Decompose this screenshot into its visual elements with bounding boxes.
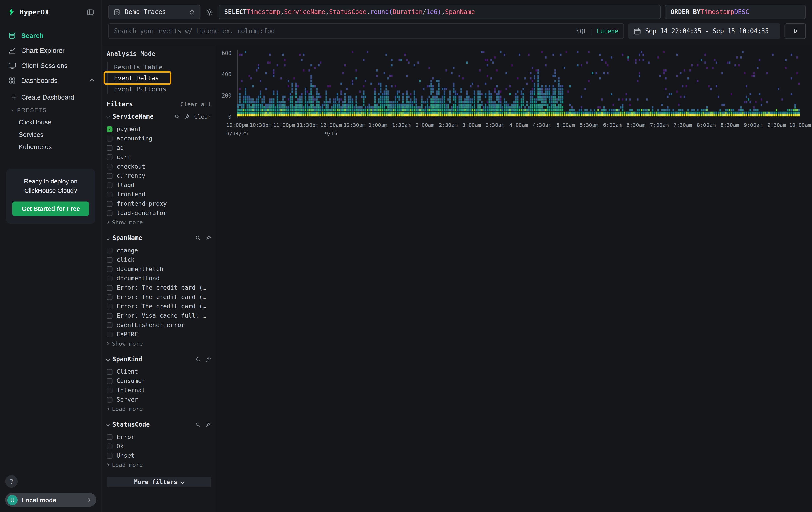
sidebar-item-services[interactable]: Services bbox=[0, 129, 102, 141]
analysis-mode-event-patterns[interactable]: Event Patterns bbox=[107, 83, 211, 95]
chevron-down-icon[interactable] bbox=[106, 357, 110, 361]
magnifier-icon[interactable] bbox=[195, 421, 201, 428]
filter-option-error-the-credit-card[interactable]: Error: The credit card (… bbox=[107, 292, 211, 302]
sidebar-item-client-sessions[interactable]: Client Sessions bbox=[0, 58, 102, 73]
load-more-button[interactable]: Load more bbox=[107, 404, 211, 413]
filter-option-accounting[interactable]: accounting bbox=[107, 134, 211, 143]
filter-option-documentfetch[interactable]: documentFetch bbox=[107, 264, 211, 274]
analysis-mode-results-table[interactable]: Results Table bbox=[107, 62, 211, 73]
sql-select-input[interactable]: SELECT Timestamp, ServiceName, StatusCod… bbox=[219, 5, 661, 19]
checkbox[interactable] bbox=[107, 266, 113, 272]
checkbox[interactable] bbox=[107, 275, 113, 281]
checkbox[interactable] bbox=[107, 294, 113, 300]
checkbox[interactable] bbox=[107, 201, 113, 207]
magnifier-icon[interactable] bbox=[195, 235, 201, 241]
language-lucene-option[interactable]: Lucene bbox=[597, 27, 618, 35]
checkbox[interactable] bbox=[107, 331, 113, 337]
pin-icon[interactable] bbox=[205, 235, 211, 241]
checkbox[interactable] bbox=[107, 191, 113, 197]
search-input[interactable] bbox=[114, 27, 576, 35]
pin-icon[interactable] bbox=[205, 356, 211, 362]
chevron-down-icon[interactable] bbox=[106, 115, 110, 118]
filter-option-error[interactable]: Error bbox=[107, 432, 211, 442]
events-heatmap-canvas[interactable] bbox=[237, 51, 800, 117]
sidebar-collapse-icon[interactable] bbox=[86, 8, 94, 16]
filter-option-currency[interactable]: currency bbox=[107, 171, 211, 180]
checkbox[interactable] bbox=[107, 163, 113, 169]
sidebar-item-clickhouse[interactable]: ClickHouse bbox=[0, 116, 102, 129]
filter-option-click[interactable]: click bbox=[107, 255, 211, 264]
checkbox[interactable] bbox=[107, 313, 113, 319]
checkbox[interactable] bbox=[107, 136, 113, 141]
show-more-button[interactable]: Show more bbox=[107, 339, 211, 348]
filter-option-unset[interactable]: Unset bbox=[107, 451, 211, 460]
checkbox-checked[interactable]: ✓ bbox=[107, 126, 113, 132]
checkbox[interactable] bbox=[107, 443, 113, 449]
sidebar-item-search[interactable]: Search bbox=[0, 28, 102, 43]
filter-option-expire[interactable]: EXPIRE bbox=[107, 330, 211, 339]
checkbox[interactable] bbox=[107, 322, 113, 328]
sidebar-item-chart-explorer[interactable]: Chart Explorer bbox=[0, 43, 102, 58]
filter-option-error-the-credit-card[interactable]: Error: The credit card (… bbox=[107, 283, 211, 292]
create-dashboard-button[interactable]: Create Dashboard bbox=[0, 91, 102, 104]
pin-icon[interactable] bbox=[184, 113, 191, 120]
checkbox[interactable] bbox=[107, 434, 113, 440]
filter-option-internal[interactable]: Internal bbox=[107, 385, 211, 395]
filter-option-frontend-proxy[interactable]: frontend-proxy bbox=[107, 199, 211, 208]
filter-option-frontend[interactable]: frontend bbox=[107, 190, 211, 199]
filter-option-payment[interactable]: ✓payment bbox=[107, 125, 211, 134]
filter-option-eventlistener-error[interactable]: eventListener.error bbox=[107, 320, 211, 330]
checkbox[interactable] bbox=[107, 285, 113, 291]
magnifier-icon[interactable] bbox=[174, 113, 180, 120]
checkbox[interactable] bbox=[107, 182, 113, 188]
checkbox[interactable] bbox=[107, 387, 113, 393]
time-range-picker[interactable]: Sep 14 22:04:35 - Sep 15 10:04:35 bbox=[628, 23, 780, 39]
more-filters-button[interactable]: More filters bbox=[107, 477, 211, 487]
presets-toggle[interactable]: PRESETS bbox=[0, 104, 102, 116]
local-mode-pill[interactable]: U Local mode bbox=[5, 493, 96, 507]
clear-filter-button[interactable]: Clear bbox=[194, 113, 211, 120]
order-by-input[interactable]: ORDER BY Timestamp DESC bbox=[665, 5, 806, 19]
filter-option-change[interactable]: change bbox=[107, 246, 211, 255]
checkbox[interactable] bbox=[107, 397, 113, 402]
language-sql-option[interactable]: SQL bbox=[576, 27, 587, 35]
load-more-button[interactable]: Load more bbox=[107, 460, 211, 469]
filter-option-flagd[interactable]: flagd bbox=[107, 180, 211, 190]
sidebar-item-kubernetes[interactable]: Kubernetes bbox=[0, 141, 102, 153]
filter-option-client[interactable]: Client bbox=[107, 367, 211, 376]
filter-option-consumer[interactable]: Consumer bbox=[107, 376, 211, 385]
checkbox[interactable] bbox=[107, 257, 113, 263]
get-started-button[interactable]: Get Started for Free bbox=[12, 202, 89, 216]
show-more-button[interactable]: Show more bbox=[107, 218, 211, 227]
sidebar-item-dashboards[interactable]: Dashboards bbox=[0, 73, 102, 88]
filter-option-cart[interactable]: cart bbox=[107, 152, 211, 162]
filter-option-checkout[interactable]: checkout bbox=[107, 162, 211, 171]
run-query-button[interactable] bbox=[785, 23, 806, 39]
checkbox[interactable] bbox=[107, 247, 113, 253]
chevron-down-icon[interactable] bbox=[106, 423, 110, 426]
checkbox[interactable] bbox=[107, 145, 113, 151]
checkbox[interactable] bbox=[107, 303, 113, 309]
checkbox[interactable] bbox=[107, 378, 113, 384]
analysis-mode-event-deltas[interactable]: Event Deltas bbox=[107, 73, 211, 83]
filter-option-error-the-credit-card[interactable]: Error: The credit card (… bbox=[107, 302, 211, 311]
checkbox[interactable] bbox=[107, 210, 113, 216]
gear-icon[interactable] bbox=[206, 8, 213, 16]
filter-option-load-generator[interactable]: load-generator bbox=[107, 208, 211, 218]
chevron-down-icon[interactable] bbox=[106, 236, 110, 240]
filter-option-ok[interactable]: Ok bbox=[107, 441, 211, 451]
filter-option-server[interactable]: Server bbox=[107, 395, 211, 404]
magnifier-icon[interactable] bbox=[195, 356, 201, 362]
checkbox[interactable] bbox=[107, 154, 113, 160]
checkbox[interactable] bbox=[107, 173, 113, 179]
filter-option-ad[interactable]: ad bbox=[107, 143, 211, 153]
checkbox[interactable] bbox=[107, 453, 113, 458]
filter-option-documentload[interactable]: documentLoad bbox=[107, 274, 211, 283]
clear-all-button[interactable]: Clear all bbox=[180, 101, 211, 108]
user-avatar[interactable]: U bbox=[7, 495, 18, 505]
help-button[interactable]: ? bbox=[5, 475, 18, 488]
pin-icon[interactable] bbox=[205, 421, 211, 428]
checkbox[interactable] bbox=[107, 369, 113, 374]
source-select[interactable]: Demo Traces bbox=[108, 5, 201, 19]
filter-option-error-visa-cache-full[interactable]: Error: Visa cache full: … bbox=[107, 311, 211, 320]
